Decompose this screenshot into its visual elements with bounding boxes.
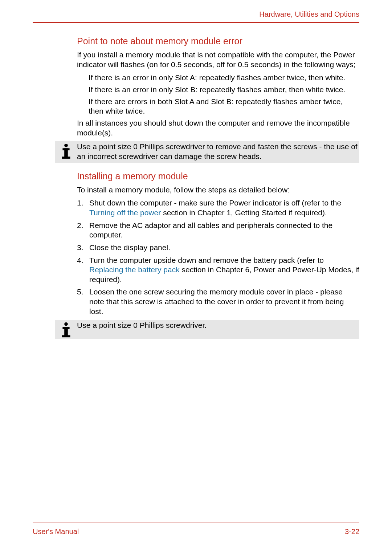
list-item: Turn the computer upside down and remove… — [77, 256, 359, 285]
info-callout-screwdriver-short: Use a point size 0 Phillips screwdriver. — [55, 320, 359, 339]
link-replacing-battery[interactable]: Replacing the battery pack — [89, 265, 180, 274]
section-title-install-memory: Installing a memory module — [77, 171, 359, 182]
list-item: If there is an error in only Slot B: rep… — [89, 85, 359, 95]
svg-point-0 — [64, 144, 68, 147]
list-item: Remove the AC adaptor and all cables and… — [77, 221, 359, 240]
info-text: Use a point size 0 Phillips screwdriver. — [77, 320, 359, 332]
step-text: Turn the computer upside down and remove… — [89, 256, 324, 264]
list-item: Close the display panel. — [77, 243, 359, 253]
list-item: Loosen the one screw securing the memory… — [77, 287, 359, 316]
memory-error-outro: In all instances you should shut down th… — [77, 118, 359, 138]
list-item: If there are errors in both Slot A and S… — [89, 97, 359, 116]
memory-error-intro: If you install a memory module that is n… — [77, 50, 359, 69]
svg-rect-2 — [64, 148, 68, 158]
link-turning-off-power[interactable]: Turning off the power — [89, 208, 161, 217]
page: Hardware, Utilities and Options Point to… — [0, 0, 392, 554]
step-text: section in Chapter 1, Getting Started if… — [161, 208, 327, 217]
info-text: Use a point size 0 Phillips screwdriver … — [77, 141, 359, 163]
footer-rule — [33, 522, 359, 522]
install-steps-list: Shut down the computer - make sure the P… — [77, 198, 359, 316]
info-icon — [55, 141, 77, 160]
svg-point-4 — [64, 322, 68, 326]
info-icon — [55, 320, 77, 339]
step-text: Shut down the computer - make sure the P… — [89, 199, 341, 207]
footer-left: User's Manual — [33, 527, 79, 536]
page-content: Point to note about memory module error … — [77, 36, 359, 339]
info-callout-screwdriver: Use a point size 0 Phillips screwdriver … — [55, 141, 359, 163]
footer-page-number: 3-22 — [345, 527, 359, 536]
memory-error-list: If there is an error in only Slot A: rep… — [77, 73, 359, 116]
page-footer: User's Manual 3-22 — [33, 522, 359, 536]
svg-rect-6 — [64, 327, 68, 337]
list-item: If there is an error in only Slot A: rep… — [89, 73, 359, 83]
header-breadcrumb: Hardware, Utilities and Options — [33, 10, 359, 19]
install-intro: To install a memory module, follow the s… — [77, 185, 359, 195]
page-header: Hardware, Utilities and Options — [33, 10, 359, 23]
svg-rect-7 — [62, 335, 70, 338]
list-item: Shut down the computer - make sure the P… — [77, 198, 359, 217]
svg-rect-3 — [62, 157, 70, 159]
section-title-memory-error: Point to note about memory module error — [77, 36, 359, 46]
